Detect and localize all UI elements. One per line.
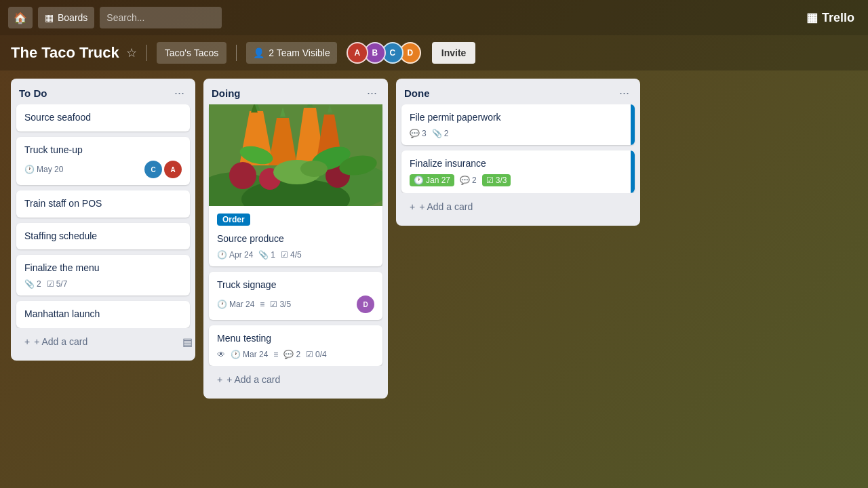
list-menu-done[interactable]: ··· bbox=[616, 85, 632, 100]
avatar: C bbox=[144, 161, 162, 178]
eye-icon: 👁 bbox=[217, 350, 225, 359]
card-finalize-insurance[interactable]: Finalize insurance 🕐 Jan 27 💬 2 ☑ 3/3 bbox=[401, 150, 635, 194]
comment-count: 💬 3 bbox=[410, 129, 427, 138]
clock-icon: 🕐 bbox=[24, 165, 35, 174]
description-icon: ≡ bbox=[260, 300, 264, 309]
add-card-button-doing[interactable]: + + Add a card bbox=[209, 369, 288, 390]
card-meta: 📎 2 ☑ 5/7 bbox=[24, 279, 182, 289]
card-manhattan-launch[interactable]: Manhattan launch bbox=[16, 301, 190, 328]
board-content: To Do ··· Source seafood Truck tune-up 🕐… bbox=[0, 70, 868, 488]
card-title: Menu testing bbox=[217, 333, 271, 344]
template-button[interactable]: ▤ bbox=[182, 336, 193, 348]
paperclip-icon: 📎 bbox=[24, 279, 35, 289]
date-badge[interactable]: 🕐 Jan 27 bbox=[410, 174, 454, 186]
checklist-badge: ☑ 0/4 bbox=[306, 350, 327, 359]
board-title[interactable]: The Taco Truck bbox=[11, 44, 119, 62]
card-title: File permit paperwork bbox=[410, 112, 501, 123]
paperclip-icon: 📎 bbox=[258, 250, 269, 260]
card-title: Source produce bbox=[217, 233, 284, 244]
card-meta: 🕐 Jan 27 💬 2 ☑ 3/3 bbox=[410, 174, 627, 186]
add-card-button-done[interactable]: + + Add a card bbox=[401, 196, 481, 218]
checklist-badge: ☑ 5/7 bbox=[47, 279, 68, 289]
home-button[interactable]: 🏠 bbox=[8, 7, 33, 28]
card-train-staff[interactable]: Train staff on POS bbox=[16, 190, 190, 218]
card-date: 🕐 Mar 24 bbox=[217, 300, 254, 309]
produce-image-svg bbox=[209, 104, 382, 206]
checklist-icon: ☑ bbox=[306, 350, 313, 359]
card-meta: 🕐 Mar 24 ≡ ☑ 3/5 D bbox=[217, 296, 374, 313]
list-header-todo: To Do ··· bbox=[11, 79, 195, 104]
card-members: D bbox=[357, 296, 374, 313]
attachment-count: 📎 2 bbox=[432, 129, 449, 138]
card-source-produce[interactable]: Order Source produce 🕐 Apr 24 📎 1 ☑ 4/5 bbox=[209, 104, 382, 266]
card-staffing-schedule[interactable]: Staffing schedule bbox=[16, 223, 190, 250]
card-menu-testing[interactable]: Menu testing 👁 🕐 Mar 24 ≡ 💬 2 bbox=[209, 325, 382, 366]
avatar[interactable]: A bbox=[347, 42, 368, 64]
avatar: D bbox=[357, 296, 374, 313]
card-date: 🕐 Apr 24 bbox=[217, 250, 253, 260]
card-title: Train staff on POS bbox=[24, 198, 102, 209]
list-doing: Doing ··· bbox=[203, 79, 388, 399]
card-title: Truck signage bbox=[217, 279, 276, 290]
checklist-icon: ☑ bbox=[270, 300, 277, 309]
boards-icon: ▦ bbox=[45, 12, 54, 23]
list-header-done: Done ··· bbox=[396, 79, 640, 104]
card-truck-signage[interactable]: Truck signage 🕐 Mar 24 ≡ ☑ 3/5 D bbox=[209, 272, 382, 321]
add-card-label: + Add a card bbox=[419, 201, 473, 212]
card-finalize-menu[interactable]: Finalize the menu 📎 2 ☑ 5/7 bbox=[16, 255, 190, 296]
trello-label: Trello bbox=[822, 11, 854, 25]
description-icon: ≡ bbox=[273, 350, 278, 359]
list-menu-doing[interactable]: ··· bbox=[364, 85, 380, 100]
add-card-row: + + Add a card bbox=[396, 193, 640, 226]
board-header: The Taco Truck ☆ Taco's Tacos 👤 2 Team V… bbox=[0, 35, 868, 70]
card-file-permit[interactable]: File permit paperwork 💬 3 📎 2 bbox=[401, 104, 635, 145]
star-icon: ☆ bbox=[126, 46, 137, 60]
attachment-count: 📎 2 bbox=[24, 279, 41, 289]
card-title: Source seafood bbox=[24, 112, 91, 123]
card-label: Order bbox=[217, 214, 250, 226]
list-done: Done ··· File permit paperwork 💬 3 📎 2 bbox=[396, 79, 640, 226]
plus-icon: + bbox=[410, 201, 415, 212]
add-card-button[interactable]: + + Add a card bbox=[16, 331, 96, 352]
comment-icon: 💬 bbox=[460, 176, 470, 185]
list-menu-todo[interactable]: ··· bbox=[172, 85, 187, 100]
card-meta: 💬 3 📎 2 bbox=[410, 129, 627, 138]
paperclip-icon: 📎 bbox=[432, 129, 442, 138]
card-date: 🕐 May 20 bbox=[24, 165, 63, 174]
lines-icon: ≡ bbox=[260, 300, 264, 309]
member-avatars: A B C D bbox=[347, 42, 421, 64]
card-truck-tuneup[interactable]: Truck tune-up 🕐 May 20 C A bbox=[16, 137, 190, 186]
list-title-done: Done bbox=[404, 87, 430, 99]
header-divider bbox=[146, 45, 147, 61]
add-card-row: + + Add a card bbox=[203, 366, 388, 399]
add-card-label: + Add a card bbox=[34, 336, 87, 347]
card-image bbox=[209, 104, 382, 206]
navbar: 🏠 ▦ Boards ▦ Trello bbox=[0, 0, 868, 35]
clock-icon: 🕐 bbox=[414, 176, 424, 185]
card-accent bbox=[631, 150, 635, 194]
boards-button[interactable]: ▦ Boards bbox=[38, 7, 94, 28]
svg-point-20 bbox=[300, 161, 328, 177]
card-title: Finalize the menu bbox=[24, 262, 100, 273]
star-button[interactable]: ☆ bbox=[126, 45, 137, 60]
team-visible-label: 2 Team Visible bbox=[269, 47, 330, 58]
checklist-icon: ☑ bbox=[486, 176, 494, 185]
card-meta: 👁 🕐 Mar 24 ≡ 💬 2 ☑ 0/4 bbox=[217, 350, 374, 359]
invite-label: Invite bbox=[441, 47, 467, 58]
invite-button[interactable]: Invite bbox=[432, 42, 476, 64]
card-source-seafood[interactable]: Source seafood bbox=[16, 104, 190, 131]
card-date: 🕐 Mar 24 bbox=[231, 350, 268, 359]
workspace-label: Taco's Tacos bbox=[165, 47, 218, 58]
search-input[interactable] bbox=[100, 7, 222, 28]
plus-icon: + bbox=[217, 374, 222, 385]
workspace-button[interactable]: Taco's Tacos bbox=[157, 42, 226, 64]
card-meta: 🕐 May 20 C A bbox=[24, 161, 182, 178]
comment-count: 💬 2 bbox=[460, 176, 477, 185]
comment-icon: 💬 bbox=[283, 350, 294, 359]
card-meta: 🕐 Apr 24 📎 1 ☑ 4/5 bbox=[217, 250, 374, 260]
team-visible-button[interactable]: 👤 2 Team Visible bbox=[246, 42, 337, 64]
card-members: C A bbox=[144, 161, 182, 178]
list-title-doing: Doing bbox=[212, 87, 241, 99]
lines-icon: ≡ bbox=[273, 350, 278, 359]
clock-icon: 🕐 bbox=[217, 250, 227, 260]
